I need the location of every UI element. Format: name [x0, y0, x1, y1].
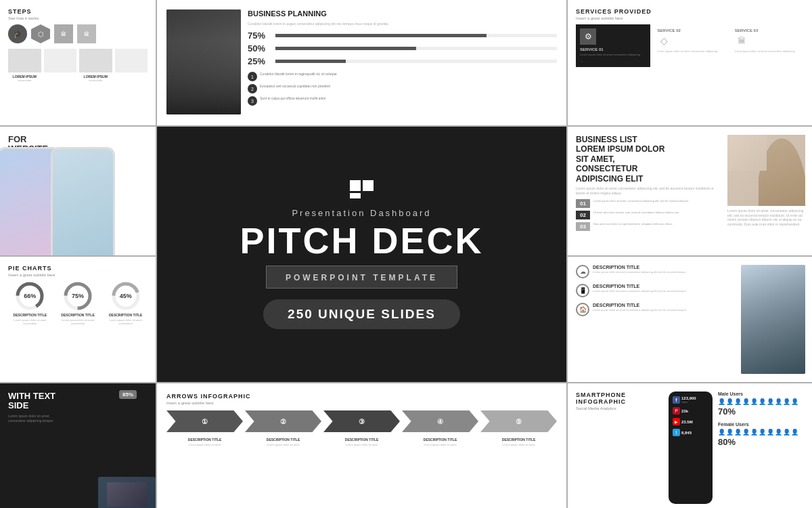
sm-fb-label: Likes	[681, 400, 696, 404]
male-person-5: 👤	[750, 398, 758, 405]
services-cards: ⚙ SERVICE 01 Lorem ipsum dolor sit amet …	[576, 24, 805, 67]
female-percent: 80%	[718, 437, 805, 447]
stat-bar-fill-3	[275, 60, 346, 63]
arrow-label-1: DESCRIPTION TITLE Lorem ipsum dolor sit …	[166, 438, 243, 446]
hero-logo-block-1	[350, 180, 361, 191]
stat-bar-bg-1	[275, 34, 557, 37]
sm-row-tw: t 8,845	[671, 428, 710, 437]
hero-pill: 250 UNIQUE SLIDES	[263, 299, 460, 329]
service-icon-2: ◇	[657, 34, 671, 47]
pie-svg-0: 66%	[15, 281, 45, 311]
arrow-label-title-3: DESCRIPTION TITLE	[323, 438, 400, 442]
arrow-label-desc-4: Lorem ipsum dolor sit amet	[402, 443, 478, 446]
blist-text-1: Curabitur blandit lorem in taginapudit s…	[260, 72, 337, 77]
smartphone-title: SMARTPHONE INFOGRAPHIC	[576, 391, 663, 405]
laptop-screen-content	[107, 482, 148, 507]
hero-badge-text: POWERPOINT TEMPLATE	[286, 273, 438, 282]
sm-row-pi: P 23k	[671, 406, 710, 415]
desc-text-0: DESCRIPTION TITLE Lorem ipsum dolor sit …	[593, 265, 686, 274]
desc-item-text-2: Lorem ipsum dolor sit amet consectetur a…	[593, 308, 686, 312]
male-person-6: 👤	[759, 398, 766, 405]
arrow-label-desc-2: Lorem ipsum dolor sit amet	[245, 443, 321, 446]
pie-item-1: 75% DESCRIPTION TITLE Lorem ipsum dolor …	[56, 281, 100, 325]
arrows-panel: ARROWS INFOGRAPHIC Insert a great subtit…	[157, 383, 566, 508]
pie-percent-2: 45%	[120, 293, 132, 299]
blist-text-3: Sunt in culpa qui officia deserunt molli…	[260, 96, 325, 101]
arrows-row: ① ② ③ ④ ⑤	[166, 410, 557, 432]
arrow-label-desc-3: Lorem ipsum dolor sit amet	[323, 443, 400, 446]
desc-text-1: DESCRIPTION TITLE Lorem ipsum dolor sit …	[593, 284, 686, 293]
step-item-1-img	[8, 49, 41, 72]
arrow-num-2: ②	[280, 418, 286, 425]
business-body-text: Curabitur blandit lorem in augue consect…	[248, 22, 557, 26]
stat-percent-1: 75%	[248, 30, 272, 41]
male-people: 👤 👤 👤 👤 👤 👤 👤 👤 👤 👤	[718, 398, 805, 405]
step-icon-4: 🏛	[77, 24, 96, 43]
arrow-label-desc-1: Lorem ipsum dolor sit amet	[166, 443, 243, 446]
lorem-text: Lorem ipsum dolor sit amet, consectetur …	[576, 186, 722, 196]
pie-svg-2: 45%	[111, 281, 141, 311]
arrow-num-1: ①	[202, 418, 208, 425]
hero-logo-empty	[363, 193, 374, 198]
female-person-faded-2: 👤	[791, 429, 798, 436]
lorem-num-1: 01	[576, 199, 590, 208]
sm-row-yt: ▶ 23.5M	[671, 417, 710, 426]
arrow-1: ①	[166, 410, 243, 432]
male-label: Male Users	[718, 391, 805, 396]
business-panel: BUSINESS PLANNING Curabitur blandit lore…	[157, 0, 566, 125]
stat-row-2: 50%	[248, 43, 557, 54]
desc-item-title-1: DESCRIPTION TITLE	[593, 284, 686, 289]
blist-num-3: 3	[248, 96, 257, 106]
arrows-subtitle: Insert a great subtitle here	[166, 401, 557, 405]
hero-logo-block-2	[363, 180, 374, 191]
phone-mockups	[0, 147, 125, 255]
male-person-faded-2: 👤	[783, 398, 790, 405]
smartphone-mockup: f 123,900 Likes P 23k ▶ 23.5M t 8,845	[669, 391, 713, 504]
step-item-3: LOREM IPSUM consectetur	[79, 49, 112, 82]
arrow-2: ②	[245, 410, 321, 432]
desc-item-text-0: Lorem ipsum dolor sit amet consectetur a…	[593, 270, 686, 274]
business-content: BUSINESS PLANNING Curabitur blandit lore…	[248, 9, 557, 116]
step-icon-2: ⬡	[31, 24, 50, 43]
desc-image	[741, 265, 805, 374]
female-person-5: 👤	[750, 429, 758, 436]
male-percent: 70%	[718, 406, 805, 417]
service-icon-3: 🏛	[735, 34, 748, 47]
male-person-faded-3: 👤	[791, 398, 798, 405]
pie-svg-1: 75%	[63, 281, 93, 311]
laptop-screen	[98, 477, 156, 508]
lorem-image-top	[727, 135, 767, 171]
stat-row-1: 75%	[248, 30, 557, 41]
service-icon-1: ⚙	[580, 28, 596, 45]
smartphone-panel: SMARTPHONE INFOGRAPHIC Social Media Anal…	[568, 383, 812, 508]
arrows-labels: DESCRIPTION TITLE Lorem ipsum dolor sit …	[166, 438, 557, 446]
pie-subtitle: Insert a great subtitle here	[8, 273, 148, 277]
female-person-8: 👤	[775, 429, 782, 436]
main-grid: STEPS See how it works 🎓 ⬡ 🏛 🏛 LOREM IPS…	[0, 0, 812, 508]
male-person-3: 👤	[734, 398, 742, 405]
smartphone-header: SMARTPHONE INFOGRAPHIC Social Media Anal…	[576, 391, 663, 504]
steps-items: LOREM IPSUM consectetur LOREM IPSUM cons…	[8, 49, 148, 82]
lorem-num-3: 03	[576, 222, 590, 231]
withtext-badge: 85%	[119, 390, 137, 399]
lorem-item-text-2: Ut enim ad minim veniam, quis nostrud ex…	[593, 211, 679, 214]
female-person-4: 👤	[742, 429, 750, 436]
arrow-num-3: ③	[359, 418, 365, 425]
phone-1-screen	[0, 149, 59, 255]
arrow-label-5: DESCRIPTION TITLE Lorem ipsum dolor sit …	[480, 438, 557, 446]
service-arrow-1: →	[580, 59, 646, 63]
service-num-1: SERVICE 01	[580, 47, 646, 51]
business-image-overlay	[166, 41, 241, 115]
hero-logo-block-3	[350, 193, 361, 198]
desc-item-title-0: DESCRIPTION TITLE	[593, 265, 686, 270]
sm-yt-val: 23.5M	[681, 420, 693, 424]
lorem-item-text-1: Lorem ipsum dolor sit amet, consectetur …	[593, 199, 689, 203]
hero-logo	[350, 180, 374, 198]
service-text-3: Lorem ipsum dolor sit amet consectetur a…	[735, 49, 801, 53]
hero-badge: POWERPOINT TEMPLATE	[266, 266, 457, 289]
male-person-4: 👤	[742, 398, 750, 405]
service-text-1: Lorem ipsum dolor sit amet consectetur a…	[580, 53, 646, 56]
desc-icon-2: 🏠	[576, 303, 589, 316]
desc-icon-1: 📱	[576, 284, 589, 297]
stat-bar-bg-3	[275, 60, 557, 63]
